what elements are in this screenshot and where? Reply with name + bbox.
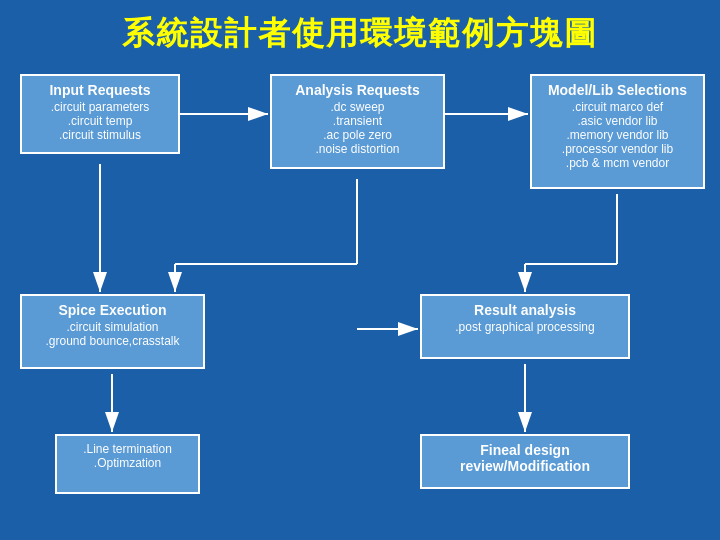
spice-execution-box: Spice Execution .circuit simulation .gro… (20, 294, 205, 369)
model-item-3: .memory vendor lib (540, 128, 695, 142)
spice-item-2: .ground bounce,crasstalk (30, 334, 195, 348)
analysis-item-4: .noise distortion (280, 142, 435, 156)
model-lib-box: Model/Lib Selections .circuit marco def … (530, 74, 705, 189)
line-item-1: .Line termination (65, 442, 190, 456)
model-lib-title: Model/Lib Selections (540, 82, 695, 98)
input-item-3: .circuit stimulus (30, 128, 170, 142)
model-item-5: .pcb & mcm vendor (540, 156, 695, 170)
input-requests-box: Input Requests .circuit parameters .circ… (20, 74, 180, 154)
analysis-item-3: .ac pole zero (280, 128, 435, 142)
spice-execution-title: Spice Execution (30, 302, 195, 318)
analysis-item-2: .transient (280, 114, 435, 128)
fineal-design-title: Fineal design review/Modification (430, 442, 620, 474)
spice-item-1: .circuit simulation (30, 320, 195, 334)
analysis-requests-box: Analysis Requests .dc sweep .transient .… (270, 74, 445, 169)
model-item-1: .circuit marco def (540, 100, 695, 114)
result-item-1: .post graphical processing (430, 320, 620, 334)
fineal-design-box: Fineal design review/Modification (420, 434, 630, 489)
input-requests-title: Input Requests (30, 82, 170, 98)
model-item-2: .asic vendor lib (540, 114, 695, 128)
input-item-2: .circuit temp (30, 114, 170, 128)
line-item-2: .Optimzation (65, 456, 190, 470)
analysis-item-1: .dc sweep (280, 100, 435, 114)
result-analysis-box: Result analysis .post graphical processi… (420, 294, 630, 359)
model-item-4: .processor vendor lib (540, 142, 695, 156)
page-title: 系統設計者使用環境範例方塊圖 (0, 0, 720, 64)
line-termination-box: .Line termination .Optimzation (55, 434, 200, 494)
input-item-1: .circuit parameters (30, 100, 170, 114)
result-analysis-title: Result analysis (430, 302, 620, 318)
analysis-requests-title: Analysis Requests (280, 82, 435, 98)
